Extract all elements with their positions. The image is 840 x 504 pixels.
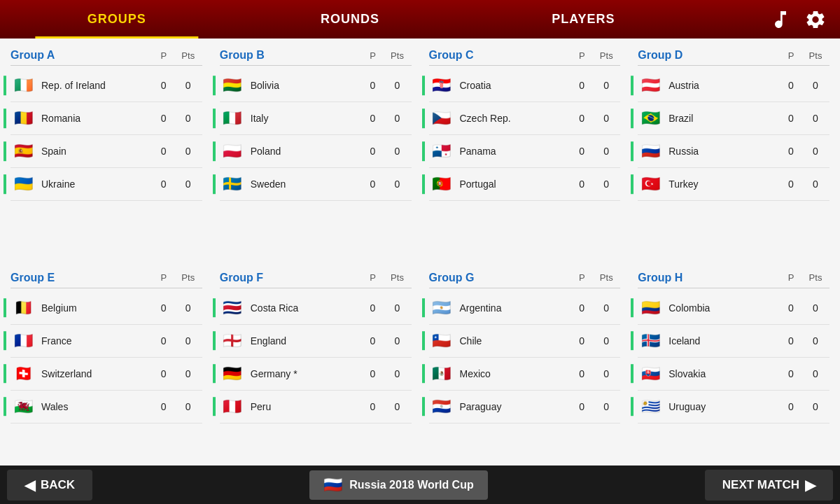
team-row[interactable]: 🇨🇷Costa Rica00 — [220, 292, 412, 325]
team-name: Poland — [251, 146, 281, 157]
team-flag: 🇦🇹 — [638, 73, 663, 98]
team-p-score: 0 — [363, 335, 384, 346]
team-name: Wales — [41, 401, 68, 412]
team-row[interactable]: 🇪🇸Spain00 — [10, 135, 202, 168]
team-pts-score: 0 — [174, 80, 202, 91]
team-pts-score: 0 — [592, 178, 620, 190]
team-p-score: 0 — [780, 335, 802, 346]
team-name: Uruguay — [668, 401, 706, 412]
team-row[interactable]: 🇹🇷Turkey00 — [638, 168, 830, 201]
team-info: 🇵🇪Peru — [220, 394, 363, 419]
team-flag: 🇧🇴 — [220, 73, 245, 98]
team-info: 🇨🇿Czech Rep. — [429, 106, 572, 131]
team-flag: 🇭🇷 — [429, 73, 454, 98]
team-row[interactable]: 🇺🇾Uruguay00 — [638, 391, 830, 424]
team-row[interactable]: 🇧🇷Brazil00 — [638, 102, 830, 135]
team-info: 🇨🇴Colombia — [638, 295, 780, 321]
team-row[interactable]: 🇨🇿Czech Rep.00 — [429, 102, 621, 135]
team-row[interactable]: 🇺🇦Ukraine00 — [10, 168, 202, 201]
team-info: 🇭🇷Croatia — [429, 73, 572, 98]
team-info: 🇪🇸Spain — [10, 139, 153, 164]
team-row[interactable]: 🇵🇦Panama00 — [429, 135, 621, 168]
team-name: Ukraine — [41, 178, 75, 190]
team-row[interactable]: 🇧🇪Belgium00 — [10, 292, 202, 325]
team-flag: 🇵🇹 — [429, 172, 454, 197]
team-name: Austria — [668, 80, 699, 91]
team-name: Portugal — [460, 178, 496, 190]
team-info: 🇸🇪Sweden — [220, 172, 363, 197]
team-row[interactable]: 🇵🇾Paraguay00 — [429, 391, 621, 424]
team-row[interactable]: 🇸🇪Sweden00 — [220, 168, 412, 201]
team-row[interactable]: 🇩🇪Germany *00 — [220, 358, 412, 391]
team-info: 🇵🇱Poland — [220, 139, 363, 164]
team-flag: 🇩🇪 — [220, 361, 245, 386]
team-pts-score: 0 — [802, 368, 830, 379]
pts-column-header: Pts — [592, 272, 620, 283]
team-row[interactable]: 🇸🇰Slovakia00 — [638, 358, 830, 391]
team-name: Italy — [251, 113, 269, 124]
team-row[interactable]: 🇨🇴Colombia00 — [638, 292, 830, 325]
team-p-score: 0 — [363, 401, 384, 412]
team-p-score: 0 — [780, 146, 802, 157]
team-row[interactable]: 🇵🇹Portugal00 — [429, 168, 621, 201]
team-p-score: 0 — [363, 80, 384, 91]
team-flag: 🇫🇷 — [10, 328, 36, 354]
music-icon[interactable] — [766, 6, 794, 34]
p-column-header: P — [780, 272, 802, 283]
back-button[interactable]: ◀ BACK — [7, 470, 92, 500]
team-row[interactable]: 🇷🇺Russia00 — [638, 135, 830, 168]
team-flag: 🇨🇱 — [429, 328, 454, 354]
team-row[interactable]: 🇦🇹Austria00 — [638, 69, 830, 102]
team-p-score: 0 — [153, 302, 174, 314]
team-info: 🇩🇪Germany * — [220, 361, 363, 386]
team-info: 🇷🇺Russia — [638, 139, 780, 164]
team-pts-score: 0 — [592, 80, 620, 91]
team-info: 🇮🇪Rep. of Ireland — [10, 73, 153, 98]
team-row[interactable]: 🇮🇹Italy00 — [220, 102, 412, 135]
pts-column-header: Pts — [174, 50, 202, 61]
header-icons — [700, 6, 840, 34]
team-name: Argentina — [460, 302, 502, 314]
team-name: Spain — [41, 146, 66, 157]
next-match-button[interactable]: NEXT MATCH ▶ — [705, 470, 833, 500]
team-pts-score: 0 — [802, 146, 830, 157]
team-pts-score: 0 — [384, 335, 412, 346]
pts-column-header: Pts — [592, 50, 620, 61]
team-flag: 🇺🇾 — [638, 394, 663, 419]
team-row[interactable]: 🏴󠁧󠁢󠁥󠁮󠁧󠁿England00 — [220, 325, 412, 358]
team-p-score: 0 — [571, 368, 592, 379]
team-row[interactable]: 🏴󠁧󠁢󠁷󠁬󠁳󠁿Wales00 — [10, 391, 202, 424]
team-p-score: 0 — [153, 401, 174, 412]
group-group-b: Group BPPts🇧🇴Bolivia00🇮🇹Italy00🇵🇱Poland0… — [213, 46, 419, 265]
team-info: 🇵🇹Portugal — [429, 172, 572, 197]
team-row[interactable]: 🇮🇸Iceland00 — [638, 325, 830, 358]
team-flag: 🇮🇹 — [220, 106, 245, 131]
team-p-score: 0 — [571, 335, 592, 346]
team-p-score: 0 — [780, 178, 802, 190]
team-row[interactable]: 🇷🇴Romania00 — [10, 102, 202, 135]
team-row[interactable]: 🇨🇭Switzerland00 — [10, 358, 202, 391]
team-row[interactable]: 🇨🇱Chile00 — [429, 325, 621, 358]
team-name: Czech Rep. — [460, 113, 511, 124]
team-p-score: 0 — [780, 302, 802, 314]
team-row[interactable]: 🇫🇷France00 — [10, 325, 202, 358]
team-row[interactable]: 🇲🇽Mexico00 — [429, 358, 621, 391]
team-name: Bolivia — [251, 80, 279, 91]
tab-players[interactable]: PLAYERS — [467, 0, 700, 38]
tab-rounds[interactable]: ROUNDS — [233, 0, 466, 38]
team-p-score: 0 — [153, 368, 174, 379]
settings-icon[interactable] — [802, 6, 830, 34]
tab-groups[interactable]: GROUPS — [0, 0, 233, 38]
team-name: Peru — [251, 401, 272, 412]
team-flag: 🇨🇷 — [220, 295, 245, 321]
team-row[interactable]: 🇮🇪Rep. of Ireland00 — [10, 69, 202, 102]
team-row[interactable]: 🇵🇱Poland00 — [220, 135, 412, 168]
team-pts-score: 0 — [174, 113, 202, 124]
team-row[interactable]: 🇭🇷Croatia00 — [429, 69, 621, 102]
team-flag: 🇵🇪 — [220, 394, 245, 419]
team-row[interactable]: 🇧🇴Bolivia00 — [220, 69, 412, 102]
team-row[interactable]: 🇵🇪Peru00 — [220, 391, 412, 424]
team-pts-score: 0 — [384, 80, 412, 91]
team-row[interactable]: 🇦🇷Argentina00 — [429, 292, 621, 325]
team-flag: 🇵🇱 — [220, 139, 245, 164]
